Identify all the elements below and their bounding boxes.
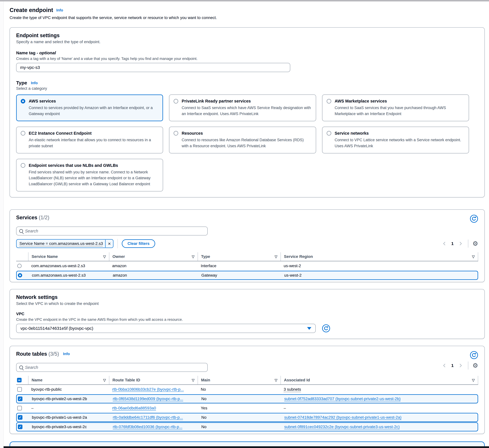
- services-search-box[interactable]: [16, 227, 208, 235]
- row-checkbox-checked[interactable]: ✓: [18, 397, 22, 401]
- route-table-row[interactable]: byovpc-rtb-public rtb-0bba10806b33cb27e …: [16, 385, 478, 394]
- route-table-row[interactable]: ✓ byovpc-rtb-private3-us-west-2c rtb-076…: [16, 422, 478, 431]
- network-settings-title: Network settings: [16, 294, 478, 300]
- vpc-select-value: vpc-0eb11514a74631e5f (byovpc-vpc): [20, 326, 93, 331]
- divider: [468, 240, 468, 248]
- select-all-checkbox-indeterminate[interactable]: [17, 378, 22, 382]
- route-table-row[interactable]: ✓ byovpc-rtb-private2-us-west-2b rtb-0f6…: [16, 394, 478, 403]
- radio-icon[interactable]: [21, 163, 25, 168]
- filter-triangle-icon[interactable]: ▽: [472, 255, 475, 259]
- subnets-count-link[interactable]: 3 subnets: [284, 387, 301, 391]
- radio-icon[interactable]: [174, 131, 178, 135]
- endpoint-settings-panel: Endpoint settings Specify a name and sel…: [9, 27, 485, 197]
- route-table-id-link[interactable]: rtb-076fdf3b08ed10036 (byovpc-rtb-p...: [113, 424, 182, 429]
- route-tables-refresh-icon[interactable]: [470, 351, 478, 359]
- radio-icon[interactable]: [327, 131, 331, 135]
- radio-icon[interactable]: [17, 264, 22, 268]
- services-refresh-icon[interactable]: [470, 215, 478, 223]
- route-tables-title: Route tables (3/5) Info: [16, 351, 70, 357]
- column-header-service-name: Service Name▽: [28, 252, 109, 261]
- radio-selected-icon[interactable]: [21, 99, 25, 103]
- route-table-id-link[interactable]: rtb-0f65438d1199ed009 (byovpc-rtb-p...: [113, 397, 183, 401]
- next-page-icon[interactable]: [457, 362, 464, 369]
- route-tables-search-box[interactable]: [16, 363, 208, 372]
- column-header-main: Main▽: [198, 376, 280, 384]
- services-search-input[interactable]: [25, 229, 204, 233]
- row-checkbox-checked[interactable]: ✓: [18, 424, 22, 429]
- filter-triangle-icon[interactable]: ▽: [275, 378, 277, 382]
- vpc-refresh-icon[interactable]: [322, 324, 330, 332]
- network-settings-subtitle: Select the VPC in which to create the en…: [16, 301, 478, 306]
- next-page-icon[interactable]: [457, 241, 464, 247]
- page-number[interactable]: 1: [449, 363, 456, 368]
- category-marketplace[interactable]: AWS Marketplace services Connect to SaaS…: [322, 94, 469, 121]
- category-nlb-gwlb-services[interactable]: Endpoint services that use NLBs and GWLB…: [16, 159, 163, 191]
- page-subtitle: Create the type of VPC endpoint that sup…: [9, 15, 485, 20]
- services-pagination: 1 ⚙: [441, 240, 478, 248]
- radio-icon[interactable]: [327, 99, 331, 103]
- filter-triangle-icon[interactable]: ▽: [192, 255, 195, 259]
- service-row-interface[interactable]: com.amazonaws.us-west-2.s3 amazon Interf…: [16, 261, 478, 270]
- route-tables-table: Name▽ Route Table ID▽ Main▽ Associated I…: [16, 376, 478, 431]
- route-tables-info-link[interactable]: Info: [63, 352, 70, 356]
- vpc-select[interactable]: vpc-0eb11514a74631e5f (byovpc-vpc): [16, 324, 316, 333]
- services-table: Service Name▽ Owner▽ Type▽ Service Regio…: [16, 252, 478, 280]
- radio-icon[interactable]: [174, 99, 178, 103]
- category-resources[interactable]: Resources Connect to resources like Amaz…: [169, 127, 316, 153]
- name-tag-label: Name tag - optional: [16, 50, 478, 55]
- radio-icon[interactable]: [21, 131, 25, 135]
- route-table-id-link[interactable]: rtb-06ae0dbd6a88593a0: [112, 406, 156, 410]
- route-tables-search-input[interactable]: [25, 365, 204, 370]
- search-icon: [19, 229, 23, 233]
- previous-page-icon[interactable]: [441, 241, 448, 247]
- service-filter-token: Service Name = com.amazonaws.us-west-2.s…: [16, 239, 114, 248]
- endpoint-settings-subtitle: Specify a name and select the type of en…: [16, 40, 478, 44]
- create-endpoint-page: Create endpoint Info Create the type of …: [4, 1, 489, 448]
- route-table-id-link[interactable]: rtb-0bba10806b33cb27e (byovpc-rtb-p...: [112, 387, 184, 391]
- type-subtitle: Select a category: [16, 86, 478, 91]
- route-tables-pagination: 1 ⚙: [441, 362, 478, 370]
- name-tag-help: Creates a tag with a key of 'Name' and a…: [16, 57, 478, 61]
- services-settings-gear-icon[interactable]: ⚙: [473, 241, 478, 247]
- service-row-gateway[interactable]: com.amazonaws.us-west-2.s3 amazon Gatewa…: [16, 271, 478, 280]
- subnet-link[interactable]: subnet-0f752ad83333ad707 (byovpc-subnet-…: [284, 397, 400, 401]
- filter-triangle-icon[interactable]: ▽: [472, 378, 475, 382]
- type-info-link[interactable]: Info: [31, 81, 38, 85]
- radio-selected-icon[interactable]: [18, 273, 22, 277]
- route-tables-settings-gear-icon[interactable]: ⚙: [473, 362, 478, 369]
- browser-edge-strip: [0, 0, 489, 1]
- filter-triangle-icon[interactable]: ▽: [103, 378, 106, 382]
- row-checkbox[interactable]: [17, 387, 22, 392]
- route-table-row[interactable]: ✓ byovpc-rtb-private1-us-west-2a rtb-0a9…: [16, 413, 478, 422]
- search-icon: [19, 365, 23, 369]
- services-panel: Services (1/2) Service Name = com.a: [9, 209, 485, 282]
- filter-triangle-icon[interactable]: ▽: [275, 255, 277, 259]
- filter-token-close-icon[interactable]: ×: [105, 240, 113, 248]
- category-aws-services[interactable]: AWS services Connect to services provide…: [16, 94, 163, 121]
- column-header-type: Type▽: [198, 252, 280, 261]
- previous-page-icon[interactable]: [441, 362, 448, 369]
- route-table-row[interactable]: – rtb-06ae0dbd6a88593a0 Yes –: [16, 403, 478, 413]
- column-header-service-region: Service Region▽: [280, 252, 478, 261]
- name-tag-input[interactable]: [16, 63, 290, 72]
- type-category-grid: AWS services Connect to services provide…: [16, 94, 469, 191]
- route-table-id-link[interactable]: rtb-0a9ddbe64c1711df6 (byovpc-rtb-p...: [113, 415, 183, 420]
- page-number[interactable]: 1: [449, 241, 456, 246]
- divider: [117, 239, 118, 248]
- subnet-link[interactable]: subnet-07418de78974ac292 (byovpc-subnet-…: [284, 415, 401, 420]
- category-service-networks[interactable]: Service networks Connect to VPC Lattice …: [322, 127, 469, 153]
- category-privatelink-partner[interactable]: PrivateLink Ready partner services Conne…: [169, 94, 316, 121]
- selection-column-header: [16, 252, 28, 261]
- chevron-down-icon: [307, 327, 311, 330]
- row-checkbox-checked[interactable]: ✓: [18, 415, 22, 420]
- category-ec2-instance-connect[interactable]: EC2 Instance Connect Endpoint An elastic…: [16, 127, 163, 153]
- clear-filters-button[interactable]: Clear filters: [122, 239, 155, 248]
- page-info-link[interactable]: Info: [56, 8, 63, 12]
- filter-triangle-icon[interactable]: ▽: [103, 255, 106, 259]
- filter-token-label[interactable]: Service Name = com.amazonaws.us-west-2.s…: [16, 240, 105, 248]
- filter-triangle-icon[interactable]: ▽: [192, 378, 195, 382]
- subnet-link[interactable]: subnet-0f891cec049232c2e (byovpc-subnet-…: [284, 424, 400, 429]
- column-header-name: Name▽: [28, 376, 109, 384]
- row-checkbox[interactable]: [17, 406, 22, 410]
- page-title: Create endpoint: [9, 7, 53, 13]
